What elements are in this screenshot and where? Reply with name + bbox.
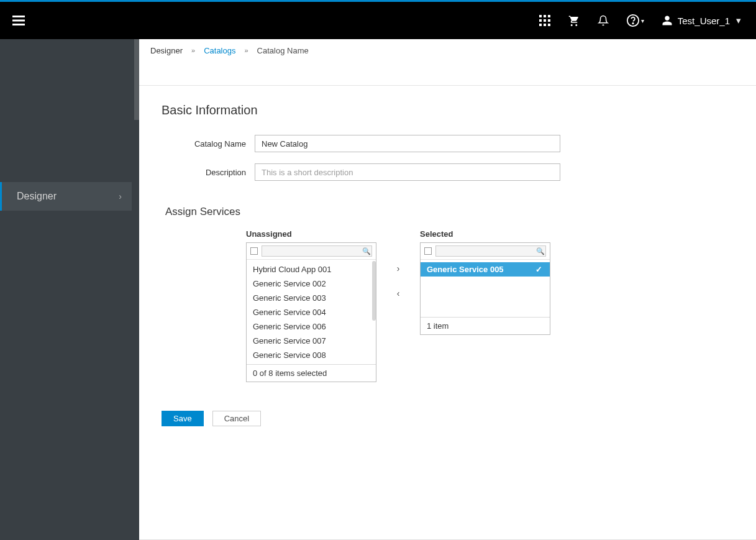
- notifications-bell-icon[interactable]: [598, 14, 609, 27]
- list-item[interactable]: Generic Service 004: [247, 305, 376, 319]
- cart-icon[interactable]: [568, 15, 580, 26]
- list-item[interactable]: Generic Service 002: [247, 277, 376, 291]
- svg-rect-9: [539, 24, 542, 26]
- list-item[interactable]: Generic Service 006: [247, 319, 376, 334]
- unassigned-label: Unassigned: [246, 229, 376, 239]
- svg-point-13: [632, 23, 633, 24]
- svg-rect-7: [544, 19, 546, 22]
- svg-rect-5: [548, 15, 550, 17]
- list-scrollbar[interactable]: [372, 261, 376, 321]
- list-item-label: Generic Service 005: [427, 265, 504, 274]
- breadcrumb: Designer » Catalogs » Catalog Name: [139, 39, 756, 62]
- apps-grid-icon[interactable]: [539, 15, 550, 26]
- breadcrumb-catalogs-link[interactable]: Catalogs: [204, 46, 235, 55]
- svg-rect-0: [12, 16, 25, 17]
- unassigned-select-all-checkbox[interactable]: [250, 247, 258, 255]
- svg-rect-6: [539, 19, 542, 22]
- list-item[interactable]: Hybrid Cloud App 001: [247, 262, 376, 277]
- user-icon: [662, 15, 673, 26]
- sidebar-item-designer[interactable]: Designer ›: [0, 182, 132, 211]
- sidebar-scrollbar[interactable]: [134, 39, 139, 120]
- selected-list[interactable]: Generic Service 005 ✓: [421, 260, 550, 317]
- svg-rect-8: [548, 19, 550, 22]
- description-label: Description: [162, 168, 246, 177]
- breadcrumb-separator-icon: »: [244, 47, 248, 54]
- list-item[interactable]: Generic Service 008: [247, 348, 376, 362]
- unassigned-list[interactable]: Hybrid Cloud App 001 Generic Service 002…: [247, 260, 376, 364]
- svg-rect-3: [539, 15, 542, 17]
- check-icon: ✓: [535, 265, 542, 274]
- list-item[interactable]: Generic Service 007: [247, 334, 376, 348]
- description-input[interactable]: [255, 163, 560, 181]
- save-button[interactable]: Save: [162, 411, 204, 426]
- selected-search-input[interactable]: 🔍: [435, 245, 546, 257]
- section-heading-assign-services: Assign Services: [165, 206, 734, 218]
- breadcrumb-root[interactable]: Designer: [150, 46, 183, 55]
- list-item[interactable]: Generic Service 005 ✓: [421, 262, 550, 277]
- help-icon[interactable]: ▾: [626, 14, 644, 27]
- move-right-button[interactable]: ›: [391, 262, 405, 275]
- svg-rect-1: [12, 20, 25, 22]
- breadcrumb-separator-icon: »: [191, 47, 195, 54]
- chevron-right-icon: ›: [119, 191, 122, 201]
- sidebar-item-label: Designer: [17, 191, 57, 202]
- svg-rect-10: [544, 24, 546, 26]
- unassigned-footer: 0 of 8 items selected: [247, 364, 376, 382]
- svg-rect-4: [544, 15, 546, 17]
- selected-list-label: Selected: [420, 229, 550, 239]
- chevron-down-icon: ▾: [641, 17, 644, 24]
- catalog-name-input[interactable]: [255, 135, 560, 152]
- chevron-down-icon: ▾: [736, 15, 741, 26]
- search-icon: 🔍: [362, 247, 371, 255]
- content-panel: Designer » Catalogs » Catalog Name Basic…: [139, 39, 756, 540]
- section-heading-basic-info: Basic Information: [162, 103, 734, 117]
- unassigned-panel: Unassigned 🔍 Hybrid Cloud: [246, 229, 376, 382]
- user-menu[interactable]: Test_User_1 ▾: [662, 15, 741, 26]
- user-name-label: Test_User_1: [678, 16, 730, 26]
- list-item[interactable]: Generic Service 003: [247, 291, 376, 305]
- search-icon: 🔍: [535, 247, 545, 255]
- move-left-button[interactable]: ‹: [391, 286, 405, 300]
- breadcrumb-current: Catalog Name: [257, 46, 309, 55]
- sidebar: Designer ›: [0, 39, 139, 540]
- catalog-name-label: Catalog Name: [162, 139, 246, 149]
- svg-rect-11: [548, 24, 550, 26]
- selected-footer: 1 item: [421, 317, 550, 334]
- workspace: Designer › Designer » Catalogs » Catalog…: [0, 39, 756, 540]
- selected-panel: Selected 🔍 Generic Se: [420, 229, 550, 335]
- selected-select-all-checkbox[interactable]: [424, 247, 432, 255]
- hamburger-menu-button[interactable]: [12, 16, 25, 25]
- svg-rect-2: [12, 24, 25, 25]
- unassigned-search-input[interactable]: 🔍: [262, 245, 372, 257]
- cancel-button[interactable]: Cancel: [212, 411, 261, 426]
- dual-list-selector: Unassigned 🔍 Hybrid Cloud: [246, 229, 734, 382]
- topbar: ▾ Test_User_1 ▾: [0, 2, 756, 39]
